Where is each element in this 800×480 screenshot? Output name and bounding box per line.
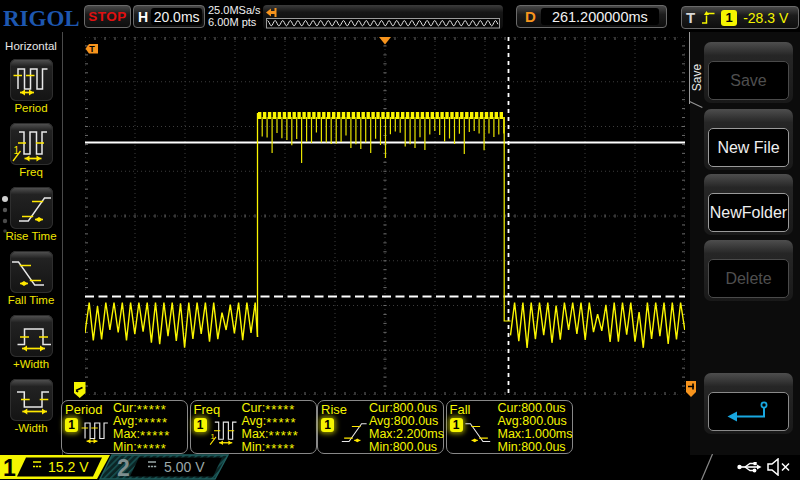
svg-text:5.00 V: 5.00 V — [164, 459, 205, 475]
svg-text:T: T — [89, 44, 95, 54]
svg-text:1: 1 — [3, 455, 16, 480]
svg-text:15.2 V: 15.2 V — [48, 459, 89, 475]
svg-text:2: 2 — [117, 455, 130, 480]
